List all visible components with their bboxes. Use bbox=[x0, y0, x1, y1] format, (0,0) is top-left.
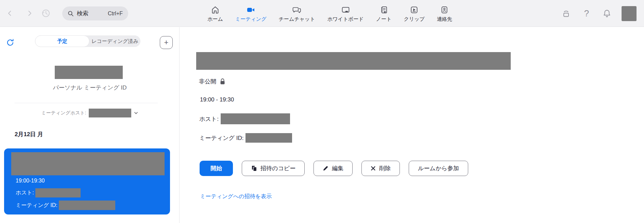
tab-clips[interactable]: クリップ bbox=[404, 0, 424, 22]
history-icon bbox=[41, 8, 51, 18]
meeting-card-id-label: ミーティング ID: bbox=[16, 202, 57, 209]
forward-button[interactable] bbox=[24, 8, 35, 18]
divider bbox=[15, 103, 158, 103]
meeting-card-time: 19:00-19:30 bbox=[16, 178, 45, 184]
redacted-personal-meeting-id[interactable] bbox=[55, 66, 123, 79]
copy-invitation-button[interactable]: 招待のコピー bbox=[242, 161, 305, 176]
privacy-label: 非公開 bbox=[199, 78, 216, 85]
join-from-room-label: ルームから参加 bbox=[418, 164, 459, 172]
notes-icon bbox=[379, 5, 388, 15]
date-header: 2月12日 月 bbox=[15, 130, 43, 138]
top-bar: Ctrl+F ホーム ミーティング bbox=[0, 0, 644, 27]
meeting-card[interactable]: 19:00-19:30 ホスト: ミーティング ID: bbox=[4, 148, 170, 214]
pencil-icon bbox=[323, 165, 328, 171]
help-button[interactable]: ? bbox=[581, 8, 592, 19]
tab-whiteboard-label: ホワイトボード bbox=[327, 16, 364, 22]
redacted-host-name bbox=[89, 109, 131, 117]
start-button[interactable]: 開始 bbox=[200, 161, 233, 176]
tab-clips-label: クリップ bbox=[404, 16, 424, 22]
help-icon: ? bbox=[584, 8, 589, 19]
plus-icon: + bbox=[164, 39, 169, 46]
refresh-icon bbox=[6, 38, 15, 47]
add-meeting-button[interactable]: + bbox=[160, 36, 173, 49]
meeting-actions: 開始 招待のコピー 編集 削除 ルームから参加 bbox=[200, 161, 468, 176]
meeting-detail-panel: 非公開 19:00 - 19:30 ホスト: ミーティング ID: 開始 招待の… bbox=[180, 27, 644, 223]
sidebar-tabs: 予定 レコーディング済み bbox=[35, 35, 140, 47]
video-icon bbox=[246, 5, 256, 15]
redacted-host-name bbox=[35, 188, 81, 197]
contacts-icon bbox=[440, 5, 449, 15]
meeting-card-host-label: ホスト: bbox=[16, 189, 34, 196]
search-box[interactable]: Ctrl+F bbox=[62, 6, 128, 20]
meeting-host-filter[interactable]: ミーティングホスト: bbox=[0, 108, 180, 117]
tab-contacts-label: 連絡先 bbox=[437, 16, 452, 22]
meeting-host-label: ミーティングホスト: bbox=[41, 110, 86, 116]
tab-recorded[interactable]: レコーディング済み bbox=[89, 35, 140, 47]
back-button[interactable] bbox=[5, 8, 15, 18]
personal-meeting-id-label: パーソナル ミーティング ID bbox=[0, 84, 180, 92]
chevron-down-icon bbox=[134, 111, 138, 115]
show-meeting-invitation-link[interactable]: ミーティングへの招待を表示 bbox=[200, 193, 272, 200]
avatar[interactable] bbox=[622, 6, 637, 21]
tab-meetings[interactable]: ミーティング bbox=[235, 0, 267, 22]
search-icon bbox=[68, 11, 74, 17]
redacted-meeting-title bbox=[11, 152, 165, 175]
chevron-left-icon bbox=[6, 10, 13, 17]
whiteboard-icon bbox=[341, 5, 350, 15]
tab-meetings-label: ミーティング bbox=[235, 16, 267, 22]
delete-button-label: 削除 bbox=[379, 164, 391, 172]
meetings-sidebar: 予定 レコーディング済み + パーソナル ミーティング ID ミーティングホスト… bbox=[0, 27, 180, 223]
clips-icon bbox=[410, 5, 419, 15]
x-icon bbox=[371, 166, 376, 171]
tab-home[interactable]: ホーム bbox=[207, 0, 223, 22]
connect-device-button[interactable] bbox=[560, 8, 572, 19]
refresh-button[interactable] bbox=[5, 37, 16, 48]
tab-whiteboard[interactable]: ホワイトボード bbox=[327, 0, 364, 22]
edit-button-label: 編集 bbox=[332, 164, 343, 172]
tab-upcoming[interactable]: 予定 bbox=[35, 35, 89, 47]
home-icon bbox=[211, 5, 220, 15]
tab-contacts[interactable]: 連絡先 bbox=[437, 0, 452, 22]
redacted-meeting-id bbox=[245, 133, 292, 143]
cast-icon bbox=[561, 9, 571, 19]
tab-notes-label: ノート bbox=[376, 16, 392, 22]
lock-icon bbox=[220, 78, 225, 85]
notifications-button[interactable] bbox=[601, 8, 613, 19]
meeting-id-label: ミーティング ID: bbox=[199, 134, 243, 142]
history-button[interactable] bbox=[40, 7, 52, 19]
search-shortcut: Ctrl+F bbox=[108, 11, 123, 17]
edit-button[interactable]: 編集 bbox=[313, 161, 353, 176]
tab-home-label: ホーム bbox=[207, 16, 223, 22]
meeting-time-range: 19:00 - 19:30 bbox=[200, 96, 234, 103]
copy-icon bbox=[251, 165, 257, 172]
chevron-right-icon bbox=[26, 10, 33, 17]
search-input[interactable] bbox=[77, 10, 101, 17]
redacted-meeting-title bbox=[196, 52, 511, 70]
redacted-host-name bbox=[221, 113, 290, 124]
tab-notes[interactable]: ノート bbox=[376, 0, 392, 22]
redacted-meeting-id bbox=[59, 201, 115, 210]
bell-icon bbox=[602, 9, 612, 19]
host-label: ホスト: bbox=[199, 115, 219, 123]
delete-button[interactable]: 削除 bbox=[361, 161, 400, 176]
main-nav: ホーム ミーティング チームチャット bbox=[184, 0, 476, 27]
start-button-label: 開始 bbox=[210, 164, 222, 172]
tab-team-chat[interactable]: チームチャット bbox=[279, 0, 315, 22]
join-from-room-button[interactable]: ルームから参加 bbox=[409, 161, 468, 176]
copy-invitation-label: 招待のコピー bbox=[260, 164, 295, 172]
chat-icon bbox=[292, 5, 302, 15]
tab-team-chat-label: チームチャット bbox=[279, 16, 315, 22]
